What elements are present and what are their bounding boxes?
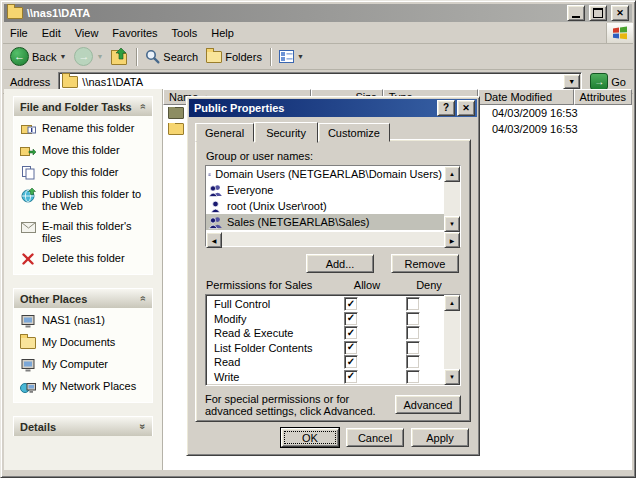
tab-general[interactable]: General xyxy=(195,123,254,142)
group-item-domain-users[interactable]: Domain Users (NETGEARLAB\Domain Users) xyxy=(206,166,444,182)
menu-file[interactable]: File xyxy=(3,23,35,43)
task-label: Rename this folder xyxy=(42,122,134,134)
place-nas1[interactable]: NAS1 (nas1) xyxy=(20,314,148,328)
group-item-root[interactable]: root (Unix User\root) xyxy=(206,198,444,214)
deny-checkbox[interactable] xyxy=(406,326,420,340)
deny-checkbox[interactable] xyxy=(406,312,420,326)
allow-checkbox[interactable] xyxy=(344,312,358,326)
dialog-close-button[interactable]: ✕ xyxy=(457,100,475,116)
horizontal-scrollbar[interactable]: ◀ ▶ xyxy=(206,232,460,246)
deny-checkbox[interactable] xyxy=(406,341,420,355)
up-button[interactable] xyxy=(108,48,131,65)
minimize-icon xyxy=(572,16,580,18)
deny-checkbox[interactable] xyxy=(406,355,420,369)
file-folder-tasks-header[interactable]: File and Folder Tasks » xyxy=(13,96,153,116)
minimize-button[interactable] xyxy=(567,5,585,21)
go-button[interactable]: → Go xyxy=(586,73,630,90)
computer-icon xyxy=(20,314,36,328)
close-button[interactable]: ✕ xyxy=(611,5,629,21)
help-button[interactable]: ? xyxy=(437,100,455,116)
permission-row-read: Read xyxy=(206,355,444,370)
permissions-scrollbar[interactable]: ▲ ▼ xyxy=(444,295,460,385)
other-places-body: NAS1 (nas1) My Documents My Computer xyxy=(13,308,153,403)
column-date-modified[interactable]: Date Modified xyxy=(478,89,573,105)
task-label: E-mail this folder's files xyxy=(42,220,148,244)
apply-button[interactable]: Apply xyxy=(411,428,469,447)
network-places-icon xyxy=(20,380,36,394)
address-dropdown-button[interactable]: ▼ xyxy=(563,74,580,89)
folder-icon xyxy=(168,123,184,135)
task-copy-folder[interactable]: Copy this folder xyxy=(20,166,148,180)
allow-checkbox[interactable] xyxy=(344,297,358,311)
group-item-everyone[interactable]: Everyone xyxy=(206,182,444,198)
other-places-panel: Other Places » NAS1 (nas1) My Documents xyxy=(13,288,153,403)
permission-row-full-control: Full Control xyxy=(206,297,444,312)
details-header[interactable]: Details » xyxy=(13,416,153,436)
place-label: My Network Places xyxy=(42,380,136,392)
views-dropdown-icon[interactable]: ▼ xyxy=(297,53,304,60)
scroll-up-icon[interactable]: ▲ xyxy=(444,166,460,182)
scroll-left-icon[interactable]: ◀ xyxy=(206,232,222,248)
cancel-button[interactable]: Cancel xyxy=(346,428,404,447)
forward-button[interactable]: → ▼ xyxy=(71,46,106,67)
folder-icon xyxy=(20,336,36,350)
collapse-icon[interactable]: » xyxy=(138,296,149,302)
remove-button[interactable]: Remove xyxy=(391,254,459,273)
task-email-files[interactable]: E-mail this folder's files xyxy=(20,220,148,244)
back-dropdown-icon[interactable]: ▼ xyxy=(59,53,66,60)
task-label: Move this folder xyxy=(42,144,120,156)
group-item-sales[interactable]: Sales (NETGEARLAB\Sales) xyxy=(206,214,444,230)
menu-edit[interactable]: Edit xyxy=(35,23,68,43)
sidebar: File and Folder Tasks » Rename this fold… xyxy=(4,89,163,470)
task-move-folder[interactable]: Move this folder xyxy=(20,144,148,158)
copy-icon xyxy=(20,166,36,180)
scroll-up-icon[interactable]: ▲ xyxy=(444,295,460,311)
vertical-scrollbar[interactable]: ▲ ▼ xyxy=(444,166,460,232)
allow-checkbox[interactable] xyxy=(344,355,358,369)
menu-bar: File Edit View Favorites Tools Help xyxy=(3,23,633,44)
allow-checkbox[interactable] xyxy=(344,341,358,355)
allow-checkbox[interactable] xyxy=(344,326,358,340)
column-attributes[interactable]: Attributes xyxy=(574,89,632,105)
scroll-right-icon[interactable]: ▶ xyxy=(444,232,460,248)
permissions-header: Permissions for Sales Allow Deny xyxy=(206,279,460,291)
back-button[interactable]: ← Back ▼ xyxy=(7,46,69,67)
deny-checkbox[interactable] xyxy=(406,297,420,311)
task-rename-folder[interactable]: Rename this folder xyxy=(20,122,148,136)
maximize-button[interactable] xyxy=(589,5,607,21)
collapse-icon[interactable]: » xyxy=(138,104,149,110)
ok-button[interactable]: OK xyxy=(281,428,339,447)
tab-security[interactable]: Security xyxy=(254,122,318,143)
advanced-button[interactable]: Advanced xyxy=(395,395,461,414)
views-button[interactable]: ▼ xyxy=(276,49,307,64)
expand-icon[interactable]: » xyxy=(138,424,149,430)
go-arrow-icon: → xyxy=(590,73,608,90)
tab-customize[interactable]: Customize xyxy=(318,123,390,142)
folders-button[interactable]: Folders xyxy=(203,50,265,64)
file-folder-tasks-title: File and Folder Tasks xyxy=(20,101,132,113)
windows-logo-icon xyxy=(606,23,633,43)
address-value: \\nas1\DATA xyxy=(82,76,559,88)
search-button[interactable]: Search xyxy=(142,48,201,65)
task-publish-folder[interactable]: Publish this folder to the Web xyxy=(20,188,148,212)
group-icon xyxy=(208,216,223,229)
place-label: My Computer xyxy=(42,358,108,370)
menu-tools[interactable]: Tools xyxy=(165,23,205,43)
add-button[interactable]: Add... xyxy=(306,254,374,273)
maximize-icon xyxy=(593,8,603,18)
other-places-header[interactable]: Other Places » xyxy=(13,288,153,308)
menu-favorites[interactable]: Favorites xyxy=(105,23,164,43)
deny-checkbox[interactable] xyxy=(406,370,420,384)
menu-view[interactable]: View xyxy=(68,23,106,43)
menu-help[interactable]: Help xyxy=(204,23,241,43)
permissions-rows: Full Control Modify Read & Execute xyxy=(206,295,444,385)
allow-checkbox[interactable] xyxy=(344,370,358,384)
scroll-down-icon[interactable]: ▼ xyxy=(444,369,460,385)
place-my-network[interactable]: My Network Places xyxy=(20,380,148,394)
dialog-title: Public Properties xyxy=(194,102,435,114)
place-my-documents[interactable]: My Documents xyxy=(20,336,148,350)
forward-dropdown-icon[interactable]: ▼ xyxy=(96,53,103,60)
scroll-down-icon[interactable]: ▼ xyxy=(444,216,460,232)
place-my-computer[interactable]: My Computer xyxy=(20,358,148,372)
task-delete-folder[interactable]: Delete this folder xyxy=(20,252,148,266)
